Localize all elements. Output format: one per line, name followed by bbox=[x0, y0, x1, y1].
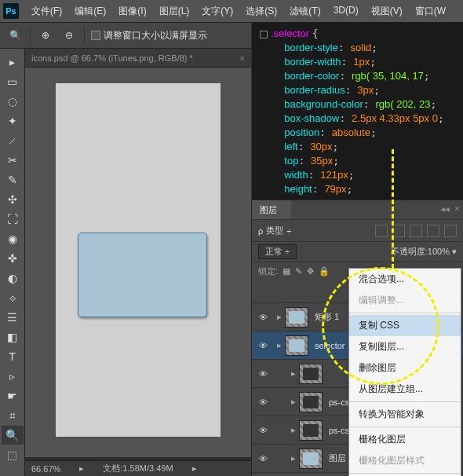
filter-adjust-icon[interactable] bbox=[392, 225, 405, 237]
menu-item[interactable]: 图像(I) bbox=[112, 5, 152, 18]
lock-paint-icon[interactable]: ✎ bbox=[295, 266, 302, 276]
menu-item[interactable]: 窗口(W bbox=[409, 5, 452, 18]
layer-context-menu: 混合选项...编辑调整...复制 CSS复制图层...删除图层从图层建立组...… bbox=[348, 268, 461, 476]
visibility-icon[interactable]: 👁 bbox=[252, 397, 274, 407]
context-menu-item: 编辑调整... bbox=[349, 290, 461, 311]
chevron-icon[interactable]: ▸ bbox=[277, 312, 282, 322]
tool-button[interactable]: 🔍 bbox=[2, 426, 24, 445]
tool-button[interactable]: ⌗ bbox=[2, 406, 24, 425]
tool-button[interactable]: ✜ bbox=[2, 249, 24, 268]
zoom-out-icon[interactable]: ⊖ bbox=[60, 27, 78, 44]
tool-button[interactable]: ✣ bbox=[2, 190, 24, 209]
blend-row: 正常 ÷ 不透明度:100% ▾ bbox=[252, 241, 463, 262]
menu-item[interactable]: 选择(S) bbox=[239, 5, 283, 18]
context-menu-item[interactable]: 删除图层 bbox=[349, 357, 461, 379]
lock-all-icon[interactable]: 🔒 bbox=[319, 266, 330, 276]
tool-button[interactable]: ✦ bbox=[2, 112, 24, 130]
context-menu-item[interactable]: 栅格化图层 bbox=[349, 429, 461, 450]
menu-item[interactable]: 3D(D) bbox=[327, 5, 365, 18]
tool-button[interactable]: ⛶ bbox=[2, 210, 24, 229]
menu-item[interactable]: 视图(V) bbox=[365, 5, 409, 18]
context-menu-item[interactable]: 复制图层... bbox=[349, 336, 461, 357]
opacity-label: 不透明度:100% ▾ bbox=[391, 246, 457, 258]
tool-button[interactable]: ◌ bbox=[2, 92, 24, 111]
context-menu-item[interactable]: 混合选项... bbox=[349, 269, 461, 290]
tool-button[interactable]: ✎ bbox=[2, 170, 24, 189]
filter-pixel-icon[interactable] bbox=[375, 225, 388, 237]
menu-item[interactable]: 文字(Y) bbox=[195, 5, 239, 18]
menu-separator bbox=[349, 401, 461, 402]
chevron-icon[interactable]: ▸ bbox=[291, 368, 296, 379]
tool-button[interactable]: ◉ bbox=[2, 229, 24, 248]
css-code-panel: .selector { border-style: solid; border-… bbox=[251, 22, 463, 200]
tool-button[interactable]: ⟋ bbox=[2, 131, 24, 150]
visibility-icon[interactable]: 👁 bbox=[252, 454, 274, 463]
tool-button[interactable]: ☰ bbox=[2, 308, 24, 327]
tool-button[interactable]: T bbox=[2, 347, 24, 366]
tool-button[interactable]: ▸ bbox=[2, 53, 24, 71]
canvas-area: icons.psd @ 66.7% (iTunes.png, RGB/8) * … bbox=[25, 49, 251, 476]
visibility-icon[interactable]: 👁 bbox=[252, 313, 274, 322]
panel-controls: ◂◂× bbox=[440, 203, 460, 214]
app-logo: Ps bbox=[3, 3, 19, 19]
status-bar: 66.67% ▸ 文档:1.58M/3.49M ▸ bbox=[25, 460, 251, 476]
toolbox: ▸▭◌✦⟋✂✎✣⛶◉✜◐⟐☰◧T▹☛⌗🔍⬚ bbox=[0, 49, 25, 476]
filter-type-dropdown[interactable]: ρ 类型 ÷ bbox=[258, 225, 291, 236]
visibility-icon[interactable]: 👁 bbox=[252, 341, 274, 350]
filter-shape-icon[interactable] bbox=[427, 225, 439, 237]
blend-mode-dropdown[interactable]: 正常 ÷ bbox=[258, 244, 297, 259]
layer-name: selector bbox=[315, 341, 345, 350]
layer-thumbnail bbox=[299, 364, 323, 384]
tool-button[interactable]: ▹ bbox=[2, 367, 24, 386]
menu-separator bbox=[349, 427, 461, 427]
filter-smart-icon[interactable] bbox=[444, 225, 457, 237]
canvas[interactable] bbox=[56, 83, 221, 437]
zoom-icon[interactable]: 🔍 bbox=[6, 27, 24, 44]
menu-item[interactable]: 编辑(E) bbox=[68, 5, 112, 18]
document-tab[interactable]: icons.psd @ 66.7% (iTunes.png, RGB/8) * … bbox=[25, 49, 251, 68]
fit-window-label: 调整窗口大小以满屏显示 bbox=[104, 29, 207, 42]
visibility-icon[interactable]: 👁 bbox=[252, 369, 274, 379]
zoom-level[interactable]: 66.67% bbox=[31, 464, 60, 474]
fit-window-checkbox[interactable]: 调整窗口大小以满屏显示 bbox=[91, 29, 207, 42]
workspace: ▸▭◌✦⟋✂✎✣⛶◉✜◐⟐☰◧T▹☛⌗🔍⬚ icons.psd @ 66.7% … bbox=[0, 49, 251, 476]
close-icon[interactable]: × bbox=[454, 203, 460, 214]
tool-button[interactable]: ▭ bbox=[2, 72, 24, 91]
tool-button[interactable]: ✂ bbox=[2, 151, 24, 170]
layer-thumbnail bbox=[285, 335, 308, 356]
chevron-icon[interactable]: ▸ bbox=[291, 453, 296, 463]
checkbox-icon bbox=[91, 31, 100, 40]
context-menu-item[interactable]: 从图层建立组... bbox=[349, 379, 461, 400]
menu-bar: Ps 文件(F)编辑(E)图像(I)图层(L)文字(Y)选择(S)滤镜(T)3D… bbox=[0, 0, 463, 22]
layer-thumbnail bbox=[299, 449, 323, 469]
menu-item[interactable]: 文件(F) bbox=[25, 5, 68, 18]
divider bbox=[84, 27, 85, 44]
filter-text-icon[interactable] bbox=[410, 225, 422, 237]
shape-rectangle[interactable] bbox=[78, 233, 207, 317]
layer-thumbnail bbox=[285, 307, 308, 328]
lock-move-icon[interactable]: ✥ bbox=[307, 266, 314, 276]
context-menu-item[interactable]: 复制 CSS bbox=[349, 315, 461, 336]
close-icon[interactable]: × bbox=[240, 53, 245, 63]
document-tab-title: icons.psd @ 66.7% (iTunes.png, RGB/8) * bbox=[31, 53, 193, 63]
menu-separator bbox=[349, 313, 461, 313]
tool-button[interactable]: ◐ bbox=[2, 269, 24, 287]
menu-item[interactable]: 图层(L) bbox=[153, 5, 196, 18]
tool-button[interactable]: ◧ bbox=[2, 328, 24, 346]
chevron-icon[interactable]: ▸ bbox=[277, 340, 282, 350]
context-menu-item: 栅格化图层样式 bbox=[349, 450, 461, 471]
menu-item[interactable]: 滤镜(T) bbox=[283, 5, 326, 18]
context-menu-item[interactable]: 转换为智能对象 bbox=[349, 404, 461, 425]
layers-tab[interactable]: 图层 bbox=[252, 200, 291, 219]
layer-filter-row: ρ 类型 ÷ bbox=[252, 219, 463, 241]
menu-separator bbox=[349, 473, 461, 474]
visibility-icon[interactable]: 👁 bbox=[252, 426, 274, 435]
chevron-icon[interactable]: ▸ bbox=[291, 397, 296, 407]
zoom-in-icon[interactable]: ⊕ bbox=[37, 27, 54, 44]
tool-button[interactable]: ☛ bbox=[2, 386, 24, 405]
lock-pixels-icon[interactable]: ▦ bbox=[283, 266, 290, 276]
chevron-icon[interactable]: ▸ bbox=[291, 425, 296, 435]
collapse-icon[interactable]: ◂◂ bbox=[440, 203, 450, 214]
tool-button[interactable]: ⟐ bbox=[2, 288, 24, 307]
tool-button[interactable]: ⬚ bbox=[2, 445, 24, 464]
